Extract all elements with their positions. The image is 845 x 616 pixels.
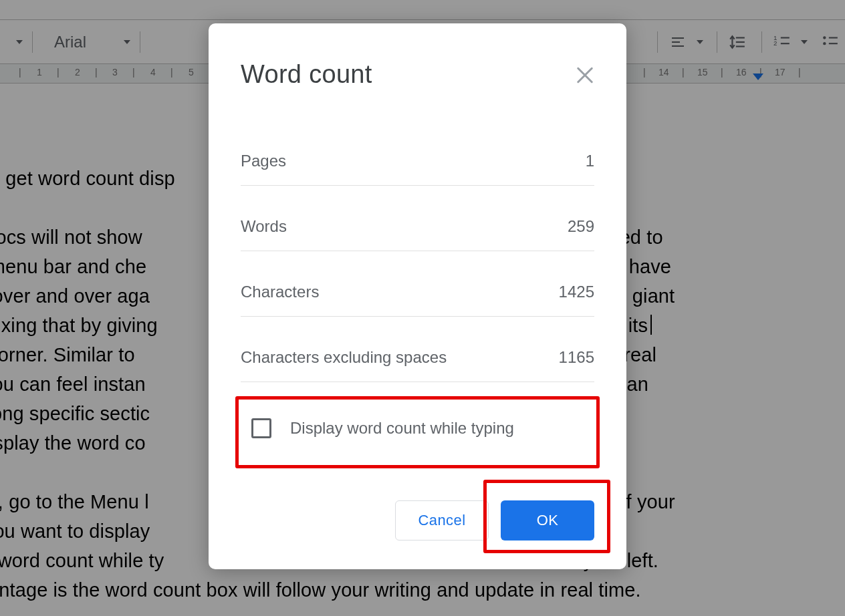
stat-label: Words <box>241 217 287 236</box>
cancel-button[interactable]: Cancel <box>395 500 489 541</box>
stat-row-pages: Pages 1 <box>241 137 594 186</box>
stat-value: 1165 <box>559 348 594 367</box>
word-count-dialog: Word count Pages 1 Words 259 Characters … <box>209 23 626 569</box>
dialog-title: Word count <box>241 60 372 89</box>
checkbox[interactable] <box>251 418 271 438</box>
display-while-typing-row[interactable]: Display word count while typing <box>251 412 514 444</box>
stat-label: Characters <box>241 283 319 301</box>
stat-row-words: Words 259 <box>241 202 594 251</box>
stat-label: Pages <box>241 152 286 170</box>
dialog-actions: Cancel OK <box>241 497 594 544</box>
ok-button[interactable]: OK <box>501 500 594 541</box>
stat-row-characters: Characters 1425 <box>241 268 594 317</box>
stat-label: Characters excluding spaces <box>241 348 447 367</box>
close-icon[interactable] <box>574 65 596 86</box>
stat-value: 1425 <box>559 283 594 301</box>
stat-row-characters-no-spaces: Characters excluding spaces 1165 <box>241 333 594 382</box>
checkbox-label: Display word count while typing <box>290 419 514 438</box>
stat-value: 259 <box>568 217 594 236</box>
stat-value: 1 <box>586 152 594 170</box>
